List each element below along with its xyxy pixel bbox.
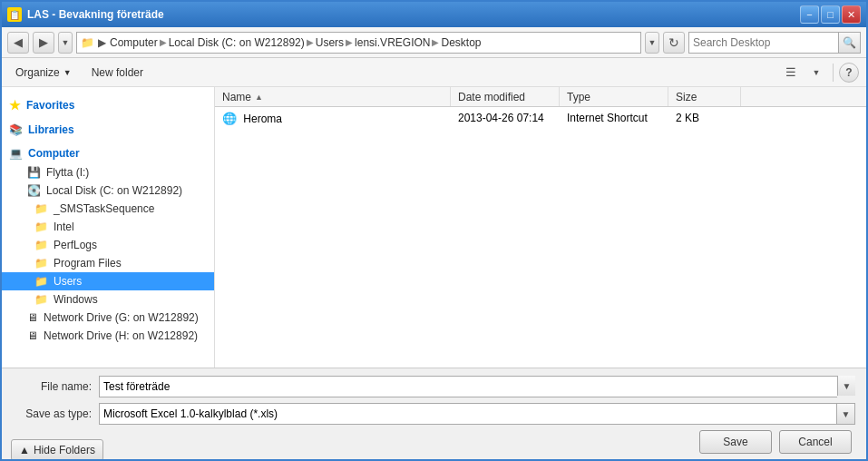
computer-icon: 💻 — [9, 147, 23, 160]
address-dropdown-button[interactable]: ▼ — [645, 32, 659, 54]
network-g-icon: 🖥 — [27, 311, 38, 324]
view-icon-button[interactable]: ☰ — [780, 63, 802, 83]
column-header-type[interactable]: Type — [560, 87, 668, 106]
forward-button[interactable]: ▶ — [33, 32, 54, 54]
sidebar-label-local-disk: Local Disk (C: on W212892) — [46, 184, 182, 197]
sidebar-label-flytta: Flytta (I:) — [46, 166, 89, 179]
file-date: 2013-04-26 07:14 — [451, 112, 560, 124]
recent-locations-button[interactable]: ▼ — [58, 32, 73, 54]
libraries-icon: 📚 — [9, 123, 23, 136]
sidebar-item-favorites[interactable]: ★ Favorites — [2, 94, 214, 116]
smstask-icon: 📁 — [34, 202, 48, 215]
sidebar-section-favorites: ★ Favorites — [2, 94, 214, 116]
main-area: ★ Favorites 📚 Libraries 💻 Computer 💾 Fly… — [2, 87, 866, 368]
file-type-dropdown[interactable]: Microsoft Excel 1.0-kalkylblad (*.xls) ▼ — [99, 403, 855, 425]
organize-dropdown-arrow: ▼ — [63, 68, 72, 77]
toolbar-separator — [833, 64, 834, 82]
window-title: LAS - Bevakning företräde — [27, 8, 164, 21]
search-box[interactable]: 🔍 — [688, 32, 861, 54]
file-name-input-wrapper: ▼ — [99, 376, 855, 397]
hide-folders-label: Hide Folders — [34, 444, 95, 456]
file-type-label: Save as type: — [13, 407, 99, 420]
resize-handle[interactable]: ⋱ — [853, 457, 866, 461]
sidebar-item-local-disk[interactable]: 💽 Local Disk (C: on W212892) — [2, 181, 214, 200]
app-icon: 📋 — [7, 7, 22, 22]
view-dropdown-button[interactable]: ▼ — [805, 63, 827, 83]
new-folder-button[interactable]: New folder — [85, 63, 150, 83]
file-name-input[interactable] — [99, 376, 837, 397]
action-buttons-row: Save Cancel — [13, 430, 855, 454]
file-type: Internet Shortcut — [560, 112, 668, 124]
sidebar-label-program-files: Program Files — [54, 257, 122, 270]
file-name: Heroma — [243, 113, 282, 125]
organize-button[interactable]: Organize ▼ — [9, 63, 78, 83]
file-type-row: Save as type: Microsoft Excel 1.0-kalkyl… — [13, 403, 855, 425]
column-header-name[interactable]: Name ▲ — [215, 87, 451, 106]
sidebar-item-flytta[interactable]: 💾 Flytta (I:) — [2, 163, 214, 181]
title-bar: 📋 LAS - Bevakning företräde − □ ✕ — [2, 2, 866, 27]
sidebar-section-libraries: 📚 Libraries — [2, 120, 214, 140]
program-files-icon: 📁 — [34, 257, 48, 270]
sort-arrow-name: ▲ — [255, 93, 263, 102]
refresh-button[interactable]: ↻ — [663, 32, 685, 54]
file-list-container: Name ▲ Date modified Type Size 🌐 Herom — [215, 87, 866, 368]
search-button[interactable]: 🔍 — [838, 33, 860, 53]
sidebar-label-favorites: Favorites — [26, 99, 74, 112]
close-button[interactable]: ✕ — [842, 5, 861, 24]
file-icon: 🌐 — [222, 112, 237, 125]
sidebar-section-computer: 💻 Computer 💾 Flytta (I:) 💽 Local Disk (C… — [2, 143, 214, 345]
sidebar-item-windows[interactable]: 📁 Windows — [2, 290, 214, 309]
window-controls: − □ ✕ — [800, 5, 861, 24]
table-row[interactable]: 🌐 Heroma 2013-04-26 07:14 Internet Short… — [215, 107, 866, 129]
sidebar-label-intel: Intel — [54, 221, 74, 233]
back-button[interactable]: ◀ — [7, 32, 29, 54]
sidebar-item-network-g[interactable]: 🖥 Network Drive (G: on W212892) — [2, 309, 214, 327]
sidebar-label-windows: Windows — [54, 293, 98, 306]
cancel-button[interactable]: Cancel — [779, 430, 852, 454]
users-icon: 📁 — [34, 275, 48, 288]
sidebar-label-network-g: Network Drive (G: on W212892) — [44, 311, 199, 324]
file-size: 2 KB — [668, 112, 741, 124]
sidebar: ★ Favorites 📚 Libraries 💻 Computer 💾 Fly… — [2, 87, 215, 368]
maximize-button[interactable]: □ — [821, 5, 840, 24]
sidebar-item-network-h[interactable]: 🖥 Network Drive (H: on W212892) — [2, 327, 214, 345]
sidebar-item-smstask[interactable]: 📁 _SMSTaskSequence — [2, 200, 214, 218]
sidebar-item-computer[interactable]: 💻 Computer — [2, 143, 214, 163]
file-list-header: Name ▲ Date modified Type Size — [215, 87, 866, 107]
sidebar-label-users: Users — [54, 275, 82, 288]
file-type-value: Microsoft Excel 1.0-kalkylblad (*.xls) — [100, 407, 836, 420]
sidebar-label-perflogs: PerfLogs — [54, 239, 97, 251]
sidebar-item-perflogs[interactable]: 📁 PerfLogs — [2, 236, 214, 254]
perflogs-icon: 📁 — [34, 239, 48, 251]
address-path[interactable]: 📁 ▶ Computer ▶ Local Disk (C: on W212892… — [76, 32, 641, 54]
windows-icon: 📁 — [34, 293, 48, 306]
sidebar-label-computer: Computer — [28, 147, 80, 160]
network-h-icon: 🖥 — [27, 329, 38, 342]
sidebar-label-smstask: _SMSTaskSequence — [54, 202, 154, 215]
bottom-wrapper: File name: ▼ Save as type: Microsoft Exc… — [2, 368, 866, 461]
toolbar: Organize ▼ New folder ☰ ▼ ? — [2, 58, 866, 87]
sidebar-item-users[interactable]: 📁 Users — [2, 272, 214, 290]
column-header-size[interactable]: Size — [668, 87, 741, 106]
sidebar-label-libraries: Libraries — [28, 123, 74, 136]
bottom-form: File name: ▼ Save as type: Microsoft Exc… — [2, 368, 866, 461]
file-name-dropdown-button[interactable]: ▼ — [837, 376, 855, 396]
sidebar-label-network-h: Network Drive (H: on W212892) — [44, 329, 198, 342]
intel-icon: 📁 — [34, 221, 48, 233]
search-input[interactable] — [689, 36, 838, 49]
favorites-icon: ★ — [9, 98, 21, 113]
sidebar-item-intel[interactable]: 📁 Intel — [2, 218, 214, 236]
file-name-label: File name: — [13, 380, 99, 393]
hide-folders-button[interactable]: ▲ Hide Folders — [11, 439, 103, 461]
file-list: 🌐 Heroma 2013-04-26 07:14 Internet Short… — [215, 107, 866, 368]
column-header-date[interactable]: Date modified — [451, 87, 560, 106]
flytta-icon: 💾 — [27, 166, 41, 179]
sidebar-item-program-files[interactable]: 📁 Program Files — [2, 254, 214, 272]
minimize-button[interactable]: − — [800, 5, 819, 24]
path-icon: 📁 — [81, 36, 94, 49]
file-name-row: File name: ▼ — [13, 376, 855, 397]
save-button[interactable]: Save — [699, 430, 772, 454]
file-type-dropdown-arrow[interactable]: ▼ — [836, 404, 854, 424]
sidebar-item-libraries[interactable]: 📚 Libraries — [2, 120, 214, 140]
help-button[interactable]: ? — [839, 63, 859, 83]
